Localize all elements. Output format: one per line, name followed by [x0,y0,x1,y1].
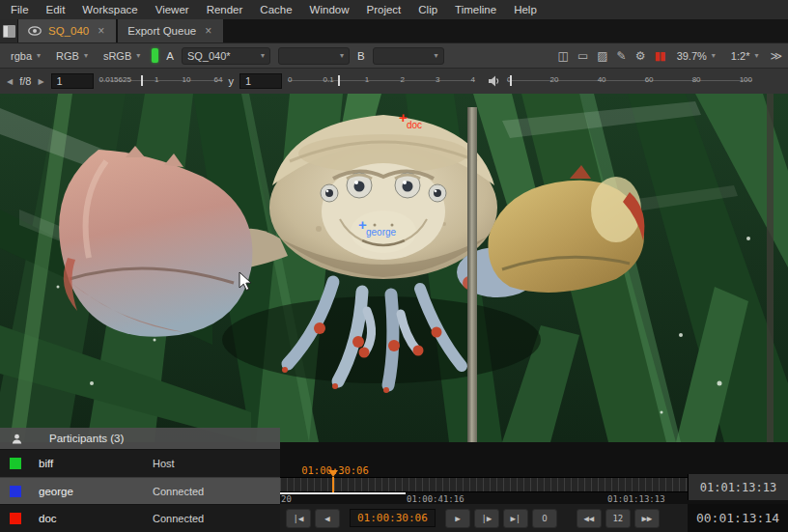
menu-item[interactable]: File [2,0,38,19]
gamma-slider[interactable]: 00.11234 [288,71,475,91]
playhead-line[interactable] [332,477,334,492]
person-icon [12,434,22,444]
input-a-dropdown[interactable]: SQ_040*▾ [182,47,270,65]
chevron-down-icon: ▾ [435,51,438,60]
gamma-label: y [229,75,235,87]
ruler-tick-label: 01:00:41:16 [407,494,464,504]
exposure-toolbar: ◀ f/8 ▶ 1 0.01562511064 y 1 00.11234 020… [0,68,788,94]
volume-slider[interactable]: 020406080100 [507,71,752,91]
menu-item[interactable]: Help [505,0,546,19]
go-to-start-button[interactable]: |◀ [286,509,311,528]
viewer-icon-cluster: ◫▭▨✎⚙▮▮ [558,49,665,63]
viewer-toolbar: rgba▾ RGB▾ sRGB▾ A SQ_040*▾ ▾ B ▾ ◫▭▨✎⚙▮… [0,42,788,68]
checker-background-icon[interactable]: ▨ [597,49,606,63]
scale-tick-label: 0.1 [324,75,334,84]
participant-row[interactable]: biff Host [0,449,280,477]
menu-item[interactable]: Window [301,0,358,19]
colorspace-dropdown[interactable]: sRGB▾ [99,48,144,64]
layer-dropdown[interactable]: rgba▾ [7,48,44,64]
gamma-input[interactable]: 1 [239,73,282,89]
menu-item[interactable]: Clip [409,0,446,19]
fast-forward-button[interactable]: ▶▶ [634,509,660,528]
tab-viewer-sq040[interactable]: SQ_040 × [18,19,117,42]
input-b-label: B [357,50,365,62]
playhead-marker[interactable] [328,470,338,477]
scale-tick-label: 100 [740,75,752,84]
mouse-cursor-icon [239,271,252,292]
menu-item[interactable]: Cache [251,0,300,19]
channels-dropdown[interactable]: RGB▾ [52,48,92,64]
current-timecode[interactable]: 01:00:30:06 [350,509,436,527]
menu-bar: FileEditWorkspaceViewerRenderCacheWindow… [0,0,788,19]
speaker-volume-icon[interactable] [489,75,501,87]
gain-slider[interactable]: 0.01562511064 [99,71,223,91]
scale-tick-label: 1 [155,75,158,84]
annotate-pen-icon[interactable]: ✎ [617,49,626,63]
tab-bar: SQ_040 × Export Queue × [0,19,788,42]
participant-row[interactable]: george Connected [0,477,280,505]
ruler-tick-label: 20 [281,494,292,504]
participant-status: Host [153,458,175,469]
volume-slider-handle[interactable] [510,75,512,86]
rewind-button[interactable]: ◀◀ [577,509,602,528]
chevron-down-icon: ▾ [754,51,758,60]
zoom-level-dropdown[interactable]: 39.7%▾ [673,48,719,64]
input-b-dropdown[interactable]: ▾ [373,47,444,65]
transport-left-group: |◀◀ [286,509,340,528]
menu-item[interactable]: Viewer [147,0,198,19]
viewer-settings-gear-icon[interactable]: ⚙ [635,49,645,63]
shuttle-group: ◀◀12▶▶ [577,509,660,528]
wipe-dropdown[interactable]: ▾ [278,47,350,65]
scale-tick-label: 20 [550,75,559,84]
loop-button[interactable]: O [532,509,557,528]
downrez-dropdown[interactable]: 1:2*▾ [727,48,763,64]
scale-tick-label: 64 [214,75,223,84]
scale-tick-label: 3 [436,75,439,84]
participants-header: Participants (3) [0,428,280,449]
menu-item[interactable]: Timeline [446,0,505,19]
menu-item[interactable]: Edit [38,0,74,19]
fstop-decrease-icon[interactable]: ◀ [6,77,14,86]
participant-color-swatch [10,486,21,497]
menu-item[interactable]: Render [198,0,252,19]
scale-tick-label: 1 [365,75,369,84]
fstop-label: f/8 [19,75,31,87]
input-a-label: A [166,50,174,62]
menu-item[interactable]: Workspace [73,0,146,19]
play-button[interactable]: ▶ [445,509,470,528]
participants-title: Participants (3) [49,433,124,444]
scale-tick-label: 4 [471,75,475,84]
gamma-slider-handle[interactable] [338,75,340,86]
connection-status-led [152,48,158,63]
go-to-end-button[interactable]: ▶| [503,509,528,528]
tab-label: SQ_040 [48,25,89,37]
participant-row[interactable]: doc Connected [0,504,280,532]
scale-tick-label: 80 [692,75,701,84]
participant-color-swatch [10,513,21,524]
tab-export-queue[interactable]: Export Queue × [118,19,224,42]
scale-tick-label: 10 [183,75,191,84]
tab-label: Export Queue [127,25,196,37]
gain-input[interactable]: 1 [51,73,94,89]
cached-frames-bar [280,492,406,494]
viewer-canvas[interactable]: + doc + george [0,94,788,442]
wipe-mode-icon[interactable]: ◫ [558,49,568,63]
fstop-increase-icon[interactable]: ▶ [37,77,44,86]
tab-close-icon[interactable]: × [96,24,106,38]
fps-value[interactable]: 12 [605,509,631,528]
participant-name: biff [39,458,153,469]
tab-close-icon[interactable]: × [203,24,213,38]
scale-tick-label: 60 [645,75,654,84]
collapse-toolbar-icon[interactable]: ≫ [770,49,781,63]
step-back-button[interactable]: ◀ [315,509,340,528]
ruler-tick-label: 01:01:13:13 [607,494,665,504]
out-timecode: 01:01:13:13 [688,474,788,500]
stack-mode-icon[interactable]: ▭ [577,49,587,63]
pause-render-icon[interactable]: ▮▮ [654,49,664,63]
timeline-ruler[interactable] [280,477,688,492]
step-forward-button[interactable]: |▶ [474,509,499,528]
participant-color-swatch [10,458,21,469]
menu-item[interactable]: Project [358,0,410,19]
gain-slider-handle[interactable] [141,75,143,86]
pane-layout-icon[interactable] [0,19,17,42]
